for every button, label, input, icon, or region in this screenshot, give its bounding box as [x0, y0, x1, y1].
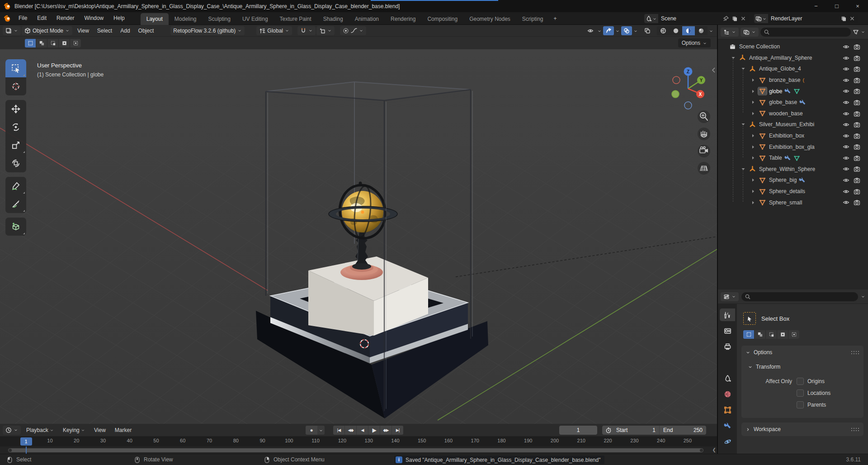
tool-cursor[interactable]: [5, 77, 26, 95]
tab-sculpting[interactable]: Sculpting: [203, 13, 236, 25]
auto-key-button[interactable]: ●: [306, 426, 317, 435]
menu-file[interactable]: File: [14, 12, 32, 24]
xray-toggle[interactable]: [642, 26, 653, 35]
jump-start-button[interactable]: |◀: [333, 426, 344, 435]
add-workspace-button[interactable]: +: [549, 13, 561, 24]
viewport-menu-object[interactable]: Object: [134, 28, 158, 34]
properties-tab-world[interactable]: [720, 388, 735, 400]
render-camera-icon[interactable]: [854, 132, 860, 139]
transform-subpanel-header[interactable]: Transform: [748, 360, 861, 374]
select-mode-1[interactable]: [36, 39, 47, 47]
outliner-row[interactable]: globe_base: [718, 97, 868, 108]
chevron-down-icon[interactable]: [597, 28, 602, 34]
shading-material-button[interactable]: [682, 26, 695, 35]
outliner-row[interactable]: Exhibition_box_gla: [718, 141, 868, 152]
tab-scripting[interactable]: Scripting: [516, 13, 549, 25]
outliner-row[interactable]: Sphere_small: [718, 197, 868, 208]
expander-icon[interactable]: [750, 156, 756, 160]
properties-tab-viewlayer[interactable]: [720, 356, 735, 369]
tab-texture-paint[interactable]: Texture Paint: [274, 13, 317, 25]
menu-edit[interactable]: Edit: [32, 12, 52, 24]
menu-window[interactable]: Window: [79, 12, 108, 24]
properties-search-input[interactable]: [741, 292, 858, 301]
render-camera-icon[interactable]: [854, 188, 860, 195]
options-panel-header[interactable]: Options: [741, 346, 863, 359]
snap-toggle[interactable]: [297, 26, 316, 35]
next-keyframe-button[interactable]: ◆▶: [380, 426, 392, 435]
close-button[interactable]: ×: [847, 0, 868, 12]
outliner-row[interactable]: Table: [718, 152, 868, 164]
frame-ruler[interactable]: 1 10203040506070809010011012013014015016…: [0, 437, 717, 446]
pan-button[interactable]: [698, 128, 710, 140]
blender-menu-logo-icon[interactable]: [4, 15, 11, 22]
tab-geometry-nodes[interactable]: Geometry Nodes: [463, 13, 516, 25]
view-layer-selector[interactable]: RenderLayer: [754, 14, 858, 23]
outliner-row[interactable]: Sphere_Within_Sphere: [718, 164, 868, 175]
tool-annotate[interactable]: [5, 177, 26, 195]
viewport-menu-add[interactable]: Add: [116, 28, 134, 34]
minimize-button[interactable]: −: [806, 0, 826, 12]
checkbox-locations[interactable]: [797, 389, 804, 397]
tab-rendering[interactable]: Rendering: [385, 13, 421, 25]
scrollbar-handle[interactable]: [8, 448, 703, 452]
proportional-editing-toggle[interactable]: [340, 26, 366, 35]
tab-animation[interactable]: Animation: [349, 13, 385, 25]
chevron-down-icon[interactable]: [762, 15, 767, 22]
shading-rendered-button[interactable]: [695, 26, 708, 35]
hide-eye-icon[interactable]: [843, 188, 849, 195]
outliner-filter-mode[interactable]: [741, 28, 759, 37]
properties-tab-modifiers[interactable]: [720, 419, 735, 432]
viewport-menu-select[interactable]: Select: [93, 28, 116, 34]
current-frame-field[interactable]: 1: [559, 426, 597, 435]
shading-solid-button[interactable]: [670, 26, 682, 35]
copy-icon[interactable]: [840, 15, 847, 22]
select-mode-2[interactable]: [765, 330, 777, 339]
start-frame-field[interactable]: Start 1: [613, 426, 659, 435]
current-frame-marker[interactable]: 1: [20, 437, 32, 446]
render-camera-icon[interactable]: [854, 155, 860, 161]
outliner-row[interactable]: Sphere_big: [718, 175, 868, 186]
expander-icon[interactable]: [731, 56, 736, 60]
tab-compositing[interactable]: Compositing: [421, 13, 463, 25]
prev-keyframe-button[interactable]: ◀◆: [344, 426, 356, 435]
mode-dropdown[interactable]: Object Mode: [22, 26, 72, 35]
render-camera-icon[interactable]: [854, 177, 860, 184]
outliner-root-row[interactable]: Scene Collection: [718, 41, 868, 52]
timeline-collapse-arrow[interactable]: ❮: [712, 447, 716, 452]
expander-icon[interactable]: [750, 100, 756, 104]
properties-tab-output[interactable]: [720, 340, 735, 353]
select-mode-2[interactable]: [47, 39, 58, 47]
shading-wireframe-button[interactable]: [657, 26, 670, 35]
render-camera-icon[interactable]: [854, 66, 860, 72]
copy-icon[interactable]: [731, 15, 738, 22]
properties-tab-scene[interactable]: [720, 372, 735, 384]
close-icon[interactable]: [740, 15, 746, 22]
orthographic-toggle-button[interactable]: [698, 162, 710, 175]
chevron-down-icon[interactable]: [861, 29, 865, 35]
select-mode-1[interactable]: [754, 330, 765, 339]
expander-icon[interactable]: [741, 66, 746, 71]
render-camera-icon[interactable]: [854, 166, 860, 172]
grip-dots-icon[interactable]: [851, 426, 859, 432]
expander-icon[interactable]: [750, 189, 756, 194]
timeline-menu-view[interactable]: View: [90, 427, 110, 433]
outliner-row[interactable]: Antique_Armillary_Sphere: [718, 52, 868, 64]
tab-layout[interactable]: Layout: [141, 13, 169, 25]
jump-end-button[interactable]: ▶|: [392, 426, 403, 435]
scene-name[interactable]: Scene: [661, 15, 721, 22]
render-camera-icon[interactable]: [854, 76, 860, 83]
editor-type-button[interactable]: [3, 26, 21, 35]
expander-icon[interactable]: [741, 122, 746, 127]
tab-modeling[interactable]: Modeling: [169, 13, 203, 25]
outliner-row[interactable]: globe: [718, 85, 868, 97]
outliner-row[interactable]: Exhibition_box: [718, 130, 868, 142]
render-camera-icon[interactable]: [854, 121, 860, 128]
timeline-editor-type-button[interactable]: [3, 426, 21, 435]
snap-target-dropdown[interactable]: [316, 26, 335, 35]
tool-add-cube[interactable]: [5, 218, 26, 236]
select-mode-4[interactable]: [70, 39, 81, 47]
expander-icon[interactable]: [750, 89, 756, 94]
auto-key-dropdown[interactable]: [317, 426, 325, 435]
render-camera-icon[interactable]: [854, 199, 860, 206]
stopwatch-icon[interactable]: [602, 427, 613, 434]
